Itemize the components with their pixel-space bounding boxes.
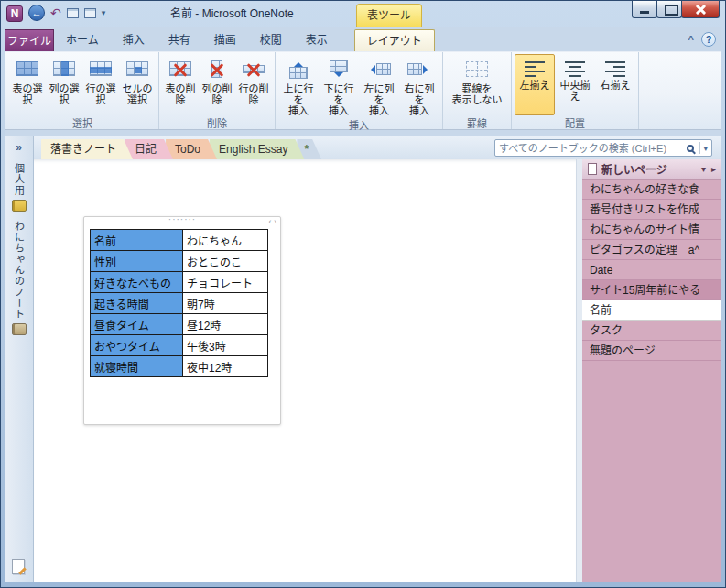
page-item-selected[interactable]: 名前 (582, 300, 721, 321)
insert-row-below-button[interactable]: 下に行を 挿入 (319, 54, 359, 117)
close-button[interactable] (681, 1, 720, 18)
canvas-scrollbar[interactable] (576, 159, 582, 582)
select-row-button[interactable]: 行の選択 (82, 54, 119, 115)
table-value-cell[interactable]: チョコレート (183, 272, 268, 293)
maximize-button[interactable] (656, 1, 682, 18)
align-right-icon (605, 61, 625, 77)
dock-window-icon[interactable] (67, 8, 79, 18)
page-item[interactable]: 番号付きリストを作成 (582, 200, 721, 220)
window-controls (633, 1, 720, 18)
container-nav-arrows-icon[interactable]: ‹ › (269, 217, 277, 226)
page-item[interactable]: わにちゃんのサイト情 (582, 220, 721, 240)
notebook-item-personal[interactable]: 個人用 (12, 163, 27, 196)
tab-insert[interactable]: 挿入 (111, 29, 157, 51)
note-container[interactable]: ······· ‹ › 名前 わにちゃん 性別 おとこのこ (83, 216, 281, 425)
page-item[interactable]: わにちゃんの好きな食 (582, 180, 721, 200)
customize-qat-chevron-icon[interactable]: ▾ (102, 5, 106, 21)
table-key-cell[interactable]: おやつタイム (91, 335, 183, 356)
delete-column-button[interactable]: 列の削除 (199, 54, 235, 115)
new-page-dropdown-icon[interactable]: ▾ (701, 164, 706, 174)
full-page-view-icon[interactable] (84, 8, 96, 18)
page-item[interactable]: 無題のページ (582, 341, 721, 361)
new-page-label[interactable]: 新しいページ (601, 161, 696, 177)
table-key-cell[interactable]: 起きる時間 (91, 293, 183, 314)
tab-file[interactable]: ファイル (5, 29, 54, 51)
table-value-cell[interactable]: おとこのこ (183, 251, 268, 272)
align-center-icon (565, 61, 585, 77)
ribbon-right-controls: ^ ? (688, 32, 716, 47)
table-key-cell[interactable]: 就寝時間 (91, 356, 183, 377)
table-row[interactable]: 起きる時間 朝7時 (91, 293, 268, 314)
back-icon[interactable]: ← (28, 5, 45, 21)
page-canvas[interactable]: ······· ‹ › 名前 わにちゃん 性別 おとこのこ (34, 159, 576, 582)
unfiled-notes-icon[interactable] (12, 559, 25, 574)
search-box[interactable]: ▾ (494, 139, 712, 157)
undo-icon[interactable]: ↶ (50, 5, 61, 21)
delete-table-icon (168, 59, 192, 81)
table-row[interactable]: 名前 わにちゃん (91, 230, 268, 251)
select-column-icon (52, 59, 76, 81)
select-cell-button[interactable]: セルの 選択 (119, 54, 156, 115)
table-row[interactable]: 昼食タイム 昼12時 (91, 314, 268, 335)
hide-borders-button[interactable]: 罫線を 表示しない (446, 54, 508, 115)
insert-column-right-icon (407, 59, 431, 81)
minimize-button[interactable] (632, 1, 657, 18)
select-table-icon (16, 59, 39, 81)
profile-table[interactable]: 名前 わにちゃん 性別 おとこのこ 好きなたべもの チョコレート (90, 229, 268, 377)
tab-review[interactable]: 校閲 (248, 29, 294, 51)
notebook-icon-wani[interactable] (12, 323, 27, 335)
new-page-header[interactable]: 新しいページ ▾ ▸ (582, 159, 721, 180)
onenote-app-icon[interactable]: N (6, 5, 23, 22)
page-item[interactable]: サイト15周年前にやる (582, 280, 721, 300)
page-item[interactable]: ピタゴラスの定理 a^ (582, 240, 721, 260)
help-icon[interactable]: ? (701, 32, 716, 47)
drag-handle-icon[interactable]: ······· (168, 214, 196, 224)
align-left-button[interactable]: 左揃え (515, 54, 555, 115)
section-tab-todo[interactable]: ToDo (166, 139, 217, 159)
page-item[interactable]: タスク (582, 321, 721, 341)
table-value-cell[interactable]: 昼12時 (183, 314, 268, 335)
section-tab-english-essay[interactable]: English Essay (210, 139, 304, 159)
notebook-item-wani[interactable]: わにちゃんのノート (12, 221, 27, 320)
body-row: ······· ‹ › 名前 わにちゃん 性別 おとこのこ (34, 159, 721, 582)
contextual-tool-group[interactable]: 表ツール (356, 4, 422, 27)
section-tab-scribble[interactable]: 落書きノート (41, 139, 133, 159)
select-column-button[interactable]: 列の選択 (46, 54, 82, 115)
insert-column-right-button[interactable]: 右に列を 挿入 (399, 54, 439, 117)
table-value-cell[interactable]: 夜中12時 (183, 356, 268, 377)
tab-share[interactable]: 共有 (157, 29, 202, 51)
tab-draw[interactable]: 描画 (202, 29, 248, 51)
delete-row-button[interactable]: 行の削除 (235, 54, 272, 115)
window-title: 名前 - Microsoft OneNote (170, 1, 294, 27)
notebook-icon-personal[interactable] (12, 200, 27, 212)
align-right-button[interactable]: 右揃え (595, 54, 635, 115)
table-row[interactable]: 性別 おとこのこ (91, 251, 268, 272)
search-scope-chevron-icon[interactable]: ▾ (703, 144, 708, 153)
tab-home[interactable]: ホーム (54, 29, 111, 51)
table-row[interactable]: おやつタイム 午後3時 (91, 335, 268, 356)
delete-column-icon (205, 59, 229, 81)
table-row[interactable]: 好きなたべもの チョコレート (91, 272, 268, 293)
page-item[interactable]: Date (582, 260, 721, 280)
align-center-button[interactable]: 中央揃え (555, 54, 595, 115)
table-key-cell[interactable]: 昼食タイム (91, 314, 183, 335)
collapse-ribbon-icon[interactable]: ^ (688, 34, 694, 45)
search-input[interactable] (499, 143, 684, 154)
table-key-cell[interactable]: 名前 (91, 230, 183, 251)
expand-sidebar-icon[interactable]: » (16, 141, 22, 154)
insert-column-left-button[interactable]: 左に列を 挿入 (359, 54, 399, 117)
select-table-button[interactable]: 表の選択 (9, 54, 46, 115)
tab-layout-active[interactable]: レイアウト (354, 29, 435, 51)
table-value-cell[interactable]: 午後3時 (183, 335, 268, 356)
table-key-cell[interactable]: 性別 (91, 251, 183, 272)
table-key-cell[interactable]: 好きなたべもの (91, 272, 183, 293)
tab-view[interactable]: 表示 (294, 29, 340, 51)
insert-row-above-button[interactable]: 上に行を 挿入 (278, 54, 319, 117)
section-tab-bar: 落書きノート 日記 ToDo English Essay * ▾ (34, 136, 721, 159)
delete-table-button[interactable]: 表の削除 (162, 54, 199, 115)
group-label-select: 選択 (9, 115, 156, 128)
collapse-pane-icon[interactable]: ▸ (711, 164, 716, 174)
table-value-cell[interactable]: 朝7時 (183, 293, 268, 314)
table-row[interactable]: 就寝時間 夜中12時 (91, 356, 268, 377)
table-value-cell[interactable]: わにちゃん (183, 230, 268, 251)
